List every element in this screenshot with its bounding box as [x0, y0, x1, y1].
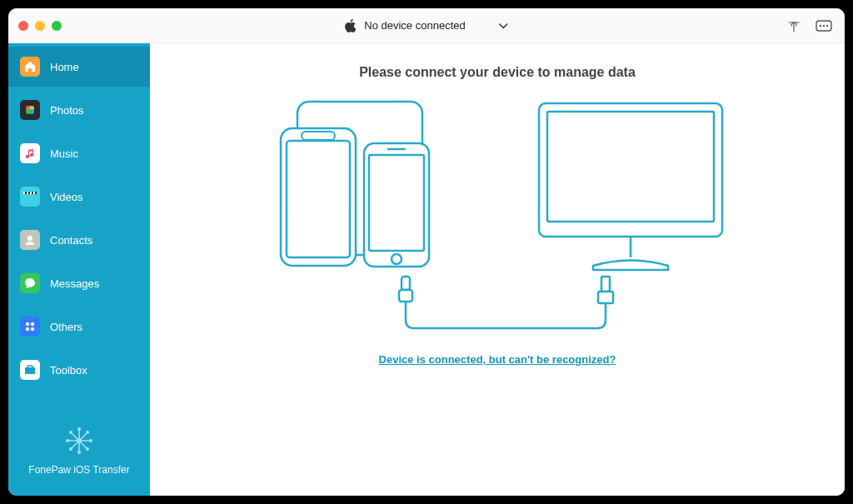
svg-rect-10: [27, 192, 28, 194]
sidebar-item-label: Messages: [50, 277, 99, 290]
svg-point-29: [86, 447, 89, 451]
svg-point-27: [89, 439, 92, 442]
toolbox-icon: [20, 360, 40, 380]
messages-icon: [20, 273, 40, 293]
svg-point-25: [77, 451, 81, 454]
connect-illustration: [264, 95, 731, 345]
sidebar-item-photos[interactable]: Photos: [8, 90, 150, 130]
svg-point-17: [31, 327, 34, 331]
svg-rect-19: [27, 366, 32, 368]
window-controls: [18, 21, 62, 31]
others-icon: [20, 317, 40, 337]
svg-rect-46: [402, 277, 410, 290]
svg-rect-44: [601, 277, 610, 292]
sidebar-item-label: Contacts: [50, 234, 92, 247]
body: Home Photos Music: [8, 43, 845, 496]
app-name-label: FonePaw iOS Transfer: [13, 464, 145, 476]
music-icon: [20, 143, 40, 163]
sidebar-item-videos[interactable]: Videos: [8, 177, 150, 217]
sidebar: Home Photos Music: [8, 43, 150, 496]
videos-icon: [20, 187, 40, 207]
sidebar-item-home[interactable]: Home: [8, 47, 150, 87]
main-content: Please connect your device to manage dat…: [150, 43, 845, 496]
app-logo-icon: [62, 424, 96, 457]
photos-icon: [20, 100, 40, 120]
svg-rect-47: [399, 290, 412, 302]
device-status-label: No device connected: [364, 19, 465, 32]
svg-point-16: [26, 327, 29, 331]
sidebar-item-toolbox[interactable]: Toolbox: [8, 350, 150, 390]
svg-rect-34: [547, 112, 714, 222]
sidebar-item-others[interactable]: Others: [8, 307, 150, 347]
titlebar: No device connected: [8, 8, 845, 43]
share-button[interactable]: [785, 17, 803, 35]
svg-point-32: [77, 438, 82, 443]
contacts-icon: [20, 230, 40, 250]
sidebar-item-label: Toolbox: [50, 364, 87, 377]
window-close-button[interactable]: [18, 21, 28, 31]
sidebar-footer: FonePaw iOS Transfer: [8, 409, 150, 496]
svg-point-7: [29, 109, 34, 114]
sidebar-item-label: Music: [50, 147, 78, 160]
app-window: No device connected: [8, 8, 845, 496]
svg-point-14: [26, 322, 29, 326]
svg-rect-41: [369, 155, 424, 251]
window-minimize-button[interactable]: [35, 21, 45, 31]
svg-point-3: [826, 24, 828, 26]
device-selector[interactable]: No device connected: [336, 16, 516, 36]
titlebar-actions: [785, 8, 833, 42]
sidebar-item-contacts[interactable]: Contacts: [8, 220, 150, 260]
sidebar-item-label: Photos: [50, 104, 83, 117]
svg-point-31: [69, 447, 72, 451]
sidebar-item-messages[interactable]: Messages: [8, 263, 150, 303]
svg-rect-12: [33, 192, 35, 194]
svg-point-26: [66, 439, 69, 442]
svg-point-1: [820, 24, 821, 26]
svg-point-30: [86, 431, 89, 434]
svg-point-15: [31, 322, 34, 326]
svg-rect-11: [30, 192, 32, 194]
svg-point-28: [69, 431, 72, 434]
device-not-recognized-link[interactable]: Device is connected, but can't be recogn…: [379, 353, 616, 366]
svg-rect-45: [598, 292, 613, 303]
home-icon: [20, 57, 40, 77]
sidebar-item-music[interactable]: Music: [8, 133, 150, 173]
sidebar-item-label: Home: [50, 61, 79, 73]
svg-point-24: [77, 427, 81, 431]
svg-rect-9: [23, 192, 25, 194]
connect-headline: Please connect your device to manage dat…: [359, 65, 636, 80]
sidebar-item-label: Others: [50, 321, 82, 333]
window-maximize-button[interactable]: [52, 21, 62, 31]
svg-point-13: [27, 236, 32, 241]
svg-point-2: [823, 24, 825, 26]
sidebar-item-label: Videos: [50, 191, 83, 203]
svg-rect-38: [287, 141, 350, 257]
feedback-button[interactable]: [815, 17, 833, 35]
apple-icon: [344, 19, 356, 32]
chevron-down-icon: [499, 22, 509, 29]
